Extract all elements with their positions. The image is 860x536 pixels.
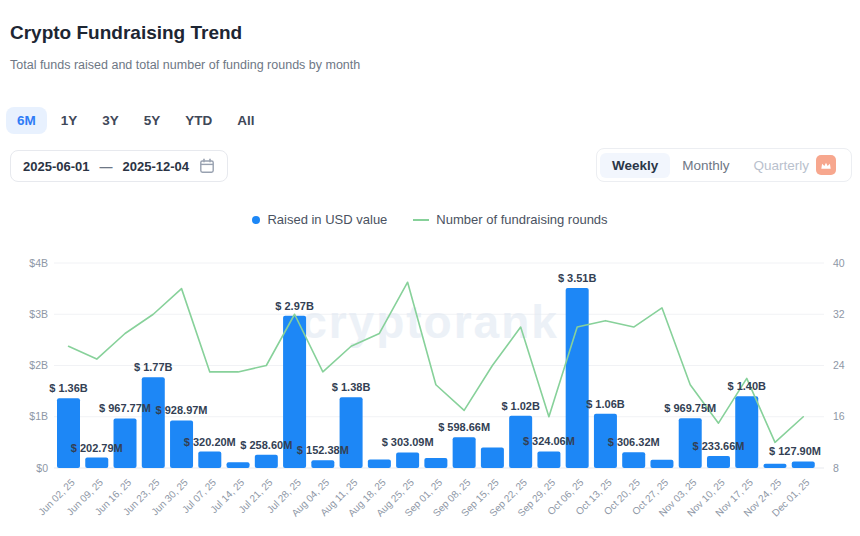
watermark: cryptorank bbox=[301, 296, 559, 348]
bar-value-label: $ 306.32M bbox=[608, 436, 660, 448]
date-range-start: 2025-06-01 bbox=[23, 159, 90, 174]
granularity-quarterly[interactable]: Quarterly bbox=[741, 150, 848, 180]
bar[interactable] bbox=[311, 460, 334, 468]
granularity-toggle: WeeklyMonthlyQuarterly bbox=[596, 148, 852, 182]
range-tab-1y[interactable]: 1Y bbox=[50, 107, 89, 134]
bar-value-label: $ 598.66M bbox=[438, 421, 490, 433]
bar-value-label: $ 1.77B bbox=[134, 361, 173, 373]
granularity-label: Weekly bbox=[612, 158, 658, 173]
bar-value-label: $ 3.51B bbox=[558, 272, 597, 284]
chart-legend: Raised in USD value Number of fundraisin… bbox=[0, 212, 860, 227]
bar[interactable] bbox=[792, 461, 815, 468]
bar-value-label: $ 1.38B bbox=[332, 381, 371, 393]
legend-item-raised[interactable]: Raised in USD value bbox=[252, 212, 387, 227]
bar-value-label: $ 1.02B bbox=[501, 400, 540, 412]
bar[interactable] bbox=[396, 452, 419, 468]
legend-dot-icon bbox=[252, 216, 260, 224]
bar-value-label: $ 152.38M bbox=[297, 444, 349, 456]
bar[interactable] bbox=[340, 397, 363, 468]
bar[interactable] bbox=[481, 448, 504, 469]
bar-value-label: $ 324.06M bbox=[523, 435, 575, 447]
range-tab-all[interactable]: All bbox=[226, 107, 265, 134]
date-range-separator: — bbox=[100, 159, 113, 174]
left-axis-tick: $1B bbox=[29, 410, 48, 422]
date-range-end: 2025-12-04 bbox=[123, 159, 190, 174]
legend-label-rounds: Number of fundraising rounds bbox=[436, 212, 607, 227]
range-tab-3y[interactable]: 3Y bbox=[91, 107, 130, 134]
right-axis-tick: 16 bbox=[833, 410, 845, 422]
bar-value-label: $ 969.75M bbox=[664, 402, 716, 414]
bar[interactable] bbox=[735, 396, 758, 468]
time-range-tabs: 6M1Y3Y5YYTDAll bbox=[6, 107, 266, 134]
left-axis-tick: $0 bbox=[36, 462, 48, 474]
bar[interactable] bbox=[368, 460, 391, 468]
right-axis-tick: 24 bbox=[833, 359, 845, 371]
right-axis-tick: 32 bbox=[833, 308, 845, 320]
bar[interactable] bbox=[453, 437, 476, 468]
range-tab-5y[interactable]: 5Y bbox=[133, 107, 172, 134]
right-axis-tick: 40 bbox=[833, 257, 845, 269]
granularity-weekly[interactable]: Weekly bbox=[600, 153, 670, 178]
left-axis-tick: $3B bbox=[29, 308, 48, 320]
range-tab-6m[interactable]: 6M bbox=[6, 107, 47, 134]
fundraising-chart: $08$1B16$2B24$3B32$4B40cryptorank$ 1.36B… bbox=[0, 250, 860, 536]
bar[interactable] bbox=[142, 377, 165, 468]
bar-value-label: $ 127.90M bbox=[769, 445, 821, 457]
granularity-monthly[interactable]: Monthly bbox=[670, 153, 741, 178]
bar[interactable] bbox=[198, 452, 221, 468]
page-subtitle: Total funds raised and total number of f… bbox=[10, 58, 360, 72]
bar-value-label: $ 1.06B bbox=[586, 398, 625, 410]
bar[interactable] bbox=[227, 462, 250, 468]
bar-value-label: $ 303.09M bbox=[382, 436, 434, 448]
bar-value-label: $ 258.60M bbox=[240, 439, 292, 451]
bar-value-label: $ 233.66M bbox=[692, 440, 744, 452]
bar[interactable] bbox=[707, 456, 730, 468]
legend-label-raised: Raised in USD value bbox=[267, 212, 387, 227]
bar-value-label: $ 928.97M bbox=[156, 404, 208, 416]
bar[interactable] bbox=[255, 455, 278, 468]
legend-item-rounds[interactable]: Number of fundraising rounds bbox=[413, 212, 607, 227]
crown-icon bbox=[816, 155, 836, 175]
calendar-icon[interactable] bbox=[199, 158, 215, 174]
granularity-label: Monthly bbox=[682, 158, 729, 173]
legend-line-icon bbox=[413, 219, 429, 221]
page-title: Crypto Fundraising Trend bbox=[10, 22, 242, 44]
right-axis-tick: 8 bbox=[833, 462, 839, 474]
granularity-label: Quarterly bbox=[753, 158, 809, 173]
bar-value-label: $ 320.20M bbox=[184, 436, 236, 448]
bar[interactable] bbox=[85, 458, 108, 468]
bar-value-label: $ 1.36B bbox=[49, 382, 88, 394]
bar[interactable] bbox=[57, 398, 80, 468]
range-tab-ytd[interactable]: YTD bbox=[174, 107, 223, 134]
bar-value-label: $ 967.77M bbox=[99, 402, 151, 414]
bar-value-label: $ 2.97B bbox=[275, 300, 314, 312]
bar[interactable] bbox=[424, 458, 447, 468]
left-axis-tick: $4B bbox=[29, 257, 48, 269]
bar[interactable] bbox=[622, 452, 645, 468]
bar-value-label: $ 1.40B bbox=[727, 380, 766, 392]
bar[interactable] bbox=[537, 451, 560, 468]
left-axis-tick: $2B bbox=[29, 359, 48, 371]
bar[interactable] bbox=[764, 464, 787, 468]
date-range-picker[interactable]: 2025-06-01 — 2025-12-04 bbox=[10, 150, 228, 182]
bar[interactable] bbox=[650, 460, 673, 468]
bar-value-label: $ 202.79M bbox=[71, 442, 123, 454]
